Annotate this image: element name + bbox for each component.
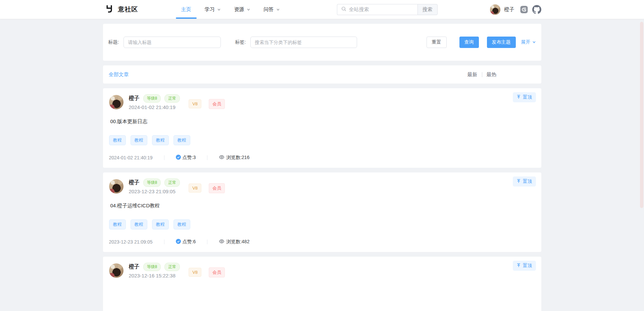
post-date: 2024-01-02 21:40:19	[129, 104, 180, 110]
likes-stat: 点赞:3	[176, 155, 196, 161]
filter-actions: 重置 查询 发布主题 展开	[427, 37, 536, 48]
post-author-avatar[interactable]	[109, 95, 123, 109]
views-label: 浏览数:216	[226, 155, 249, 161]
post-tag[interactable]: 教程	[152, 219, 169, 229]
member-badge: 会员	[209, 267, 225, 277]
pin-top-button[interactable]: 置顶	[513, 92, 536, 102]
sort-divider	[482, 72, 482, 77]
likes-label: 点赞:3	[183, 155, 196, 161]
publish-topic-button[interactable]: 发布主题	[487, 37, 516, 48]
post-date: 2023-12-23 21:09:05	[129, 189, 180, 194]
post-author-info: 橙子 等级8 正常 2023-12-23 21:09:05	[129, 178, 180, 194]
post-tag[interactable]: 教程	[109, 135, 126, 145]
post-footer: 2024-01-02 21:40:19 点赞:3 浏览数:216	[109, 154, 535, 161]
likes-label: 点赞:6	[183, 239, 196, 245]
tag-filter-label: 标签:	[235, 39, 246, 45]
post-author-avatar[interactable]	[109, 263, 123, 278]
all-articles-link[interactable]: 全部文章	[109, 71, 129, 78]
title-filter-input[interactable]	[123, 37, 221, 48]
member-badge: 会员	[209, 183, 225, 193]
post-date: 2023-12-16 15:22:38	[129, 273, 180, 278]
like-check-icon	[176, 155, 181, 161]
brand-logo[interactable]: 意社区	[106, 4, 138, 14]
global-search: 全站搜索 搜索	[337, 4, 438, 15]
query-button[interactable]: 查询	[459, 37, 479, 48]
post-tag[interactable]: 教程	[109, 219, 126, 229]
footer-divider	[207, 155, 207, 160]
post-author-name[interactable]: 橙子	[129, 179, 140, 186]
eye-icon	[219, 154, 225, 161]
reset-button[interactable]: 重置	[427, 37, 447, 48]
nav-item-qa-label: 问答	[264, 6, 274, 13]
post-tag[interactable]: 教程	[131, 219, 147, 229]
post-author-name[interactable]: 橙子	[129, 263, 140, 270]
vip-badges: V8 会员	[189, 183, 225, 193]
pin-top-icon	[516, 179, 521, 184]
post-title[interactable]: 00.版本更新日志	[110, 118, 535, 125]
post-tag[interactable]: 教程	[174, 219, 190, 229]
status-badge: 正常	[164, 263, 180, 271]
post-card: 置顶 橙子 等级8 正常 2023-12-23 21:09:05 V8 会员 0…	[103, 172, 541, 252]
tag-filter-input[interactable]	[250, 37, 357, 48]
post-footer: 2023-12-23 21:09:05 点赞:6 浏览数:482	[109, 239, 535, 245]
pin-top-label: 置顶	[523, 94, 532, 100]
post-tag[interactable]: 教程	[174, 135, 190, 145]
gitee-icon[interactable]	[520, 5, 528, 14]
top-navbar: 意社区 主页 学习 资源 问答	[0, 0, 644, 19]
post-title[interactable]: 04.橙子运维CICD教程	[110, 203, 535, 209]
pin-top-button[interactable]: 置顶	[513, 176, 536, 187]
post-header: 橙子 等级8 正常 2023-12-23 21:09:05 V8 会员	[109, 178, 535, 194]
nav-item-home[interactable]: 主页	[181, 0, 191, 19]
pin-top-button[interactable]: 置顶	[513, 261, 536, 271]
vip-badges: V8 会员	[189, 99, 225, 109]
scrollbar-thumb[interactable]	[640, 22, 643, 208]
post-author-info: 橙子 等级8 正常 2023-12-16 15:22:38	[129, 263, 180, 278]
level-badge: 等级8	[143, 94, 161, 103]
level-badge: 等级8	[143, 263, 161, 271]
post-footer-date: 2024-01-02 21:40:19	[109, 155, 153, 160]
sort-newest[interactable]: 最新	[467, 71, 478, 78]
user-avatar[interactable]	[490, 4, 500, 15]
expand-toggle[interactable]: 展开	[521, 39, 536, 45]
nav-item-learn-label: 学习	[205, 6, 215, 13]
pin-top-label: 置顶	[523, 263, 532, 269]
eye-icon	[219, 239, 225, 245]
post-author-info: 橙子 等级8 正常 2024-01-02 21:40:19	[129, 94, 180, 110]
search-placeholder: 全站搜索	[349, 6, 369, 13]
like-check-icon	[176, 239, 181, 245]
post-tags: 教程 教程 教程 教程	[109, 219, 535, 229]
github-icon[interactable]	[532, 5, 541, 14]
search-input[interactable]: 全站搜索	[337, 4, 417, 15]
chevron-down-icon	[247, 7, 250, 12]
vip-level-badge: V8	[189, 184, 201, 193]
status-badge: 正常	[164, 178, 180, 187]
sort-hottest[interactable]: 最热	[487, 71, 497, 78]
views-stat: 浏览数:216	[219, 154, 249, 161]
status-badge: 正常	[164, 94, 180, 103]
brand-logo-icon	[106, 4, 114, 14]
post-tag[interactable]: 教程	[152, 135, 169, 145]
nav-item-resources[interactable]: 资源	[234, 0, 250, 19]
post-author-avatar[interactable]	[109, 179, 123, 194]
list-header: 全部文章 最新 最热	[103, 65, 541, 84]
header-user-area: 橙子	[490, 4, 541, 15]
post-author-name[interactable]: 橙子	[129, 95, 140, 102]
filter-tag-group: 标签:	[235, 37, 357, 48]
post-card: 置顶 橙子 等级8 正常 2024-01-02 21:40:19 V8 会员 0…	[103, 88, 541, 168]
nav-item-learn[interactable]: 学习	[205, 0, 221, 19]
title-filter-label: 标题:	[108, 39, 119, 45]
nav-item-qa[interactable]: 问答	[264, 0, 280, 19]
post-header: 橙子 等级8 正常 2023-12-16 15:22:38 V8 会员	[109, 263, 535, 278]
post-tag[interactable]: 教程	[131, 135, 147, 145]
vip-level-badge: V8	[189, 99, 201, 108]
username[interactable]: 橙子	[504, 6, 514, 13]
vip-level-badge: V8	[189, 268, 201, 277]
pin-top-icon	[516, 95, 521, 100]
site-title: 意社区	[118, 5, 138, 14]
filter-panel: 标题: 标签: 重置 查询 发布主题 展开	[103, 24, 541, 61]
search-button[interactable]: 搜索	[417, 4, 438, 15]
likes-stat: 点赞:6	[176, 239, 196, 245]
post-footer-date: 2023-12-23 21:09:05	[109, 239, 153, 245]
footer-divider	[207, 240, 207, 244]
sort-group: 最新 最热	[467, 71, 497, 78]
